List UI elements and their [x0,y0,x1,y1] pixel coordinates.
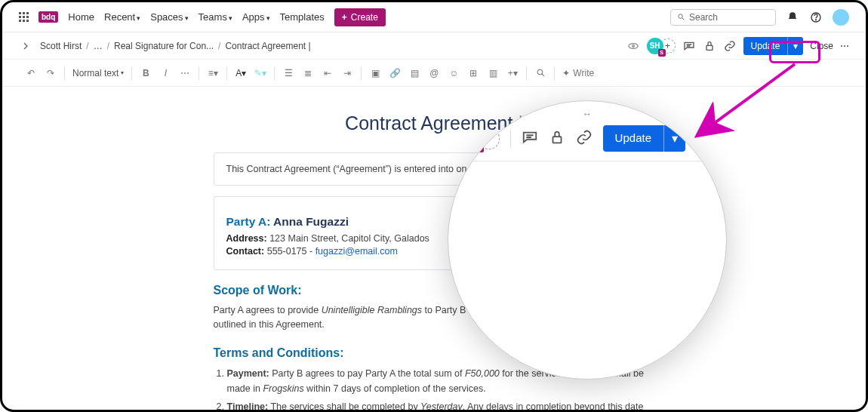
mag-update-button: Update ▾ [603,125,685,152]
more-format-icon[interactable]: ⋯ [179,67,191,79]
search-input[interactable]: Search [670,9,776,26]
svg-point-0 [679,14,683,19]
email-link[interactable]: fugazzi@email.com [315,246,398,257]
editor-toolbar: ↶ ↷ Normal text B I ⋯ ≡▾ A▾ ✎▾ ☰ ≣ ⇤ ⇥ ▣… [2,60,866,87]
svg-rect-8 [706,45,713,50]
mag-lock-icon [549,129,565,149]
top-nav: bdq Home Recent Spaces Teams Apps Templa… [2,2,866,32]
crumb-3[interactable]: Real Signature for Con... [114,41,214,51]
nav-apps[interactable]: Apps [242,11,270,23]
close-button[interactable]: Close [810,41,833,51]
outdent-icon[interactable]: ⇤ [322,67,334,79]
nav-recent[interactable]: Recent [104,11,140,23]
crumb-1[interactable]: Scott Hirst [40,41,82,51]
more-icon[interactable]: ⋯ [840,41,849,51]
insert-icon[interactable]: +▾ [506,67,519,79]
brand-logo[interactable]: bdq [38,11,58,23]
drag-handle-icon: ↔ [583,109,592,119]
mag-link-icon [576,129,593,149]
text-style-select[interactable]: Normal text [72,68,124,78]
svg-point-9 [537,69,543,75]
crumb-4: Contract Agreement | [225,41,310,51]
redo-icon[interactable]: ↷ [45,67,57,79]
create-button[interactable]: Create [334,8,386,26]
svg-point-4 [629,43,638,48]
svg-point-3 [816,19,817,20]
mag-comment-icon [522,129,538,149]
undo-icon[interactable]: ↶ [25,67,37,79]
link-icon[interactable] [723,39,737,53]
svg-point-5 [632,45,634,47]
page-actions: SH + Update ▾ Close ⋯ [626,37,849,55]
image-icon[interactable]: ▤ [408,67,420,79]
table-icon[interactable]: ⊞ [467,67,479,79]
notifications-icon[interactable] [786,11,799,24]
bold-icon[interactable]: B [140,67,152,79]
text-color-icon[interactable]: A▾ [235,67,247,79]
align-icon[interactable]: ≡▾ [207,67,219,79]
italic-icon[interactable]: I [159,67,171,79]
nav-teams[interactable]: Teams [199,11,232,23]
help-icon[interactable] [809,11,823,24]
lock-icon[interactable] [703,39,716,53]
indent-icon[interactable]: ⇥ [341,67,353,79]
ai-write-icon[interactable]: ✦ Write [562,67,594,79]
svg-line-10 [542,74,544,76]
layout-icon[interactable]: ▥ [487,67,499,79]
nav-spaces[interactable]: Spaces [150,11,188,23]
comment-icon[interactable] [682,39,696,53]
update-button[interactable]: Update ▾ [743,37,804,55]
find-icon[interactable] [534,67,546,79]
crumb-2[interactable]: … [94,41,103,51]
link-tool-icon[interactable]: 🔗 [389,67,401,79]
avatar[interactable] [833,9,849,26]
visibility-icon[interactable] [626,39,640,53]
nav-home[interactable]: Home [68,11,94,23]
number-list-icon[interactable]: ≣ [302,67,314,79]
emoji-icon[interactable]: ☺ [448,67,460,79]
page-title[interactable]: Contract Agreement [345,112,523,134]
svg-line-1 [682,18,684,20]
expand-icon[interactable] [19,39,32,53]
editor-content[interactable]: Contract Agreement This Contract Agreeme… [2,87,866,412]
breadcrumb-bar: Scott Hirst / … / Real Signature for Con… [2,32,866,60]
mention-icon[interactable]: @ [428,67,440,79]
nav-templates[interactable]: Templates [280,11,325,23]
bullet-list-icon[interactable]: ☰ [282,67,294,79]
svg-rect-13 [553,137,561,143]
magnifier-callout: ↔ SH + Update ▾ Clos [448,100,727,380]
highlight-icon[interactable]: ✎▾ [254,67,266,79]
collab-avatar[interactable]: SH [647,38,663,54]
action-icon[interactable]: ▣ [369,67,381,79]
apps-icon[interactable] [19,12,29,22]
update-dropdown[interactable]: ▾ [787,37,803,55]
